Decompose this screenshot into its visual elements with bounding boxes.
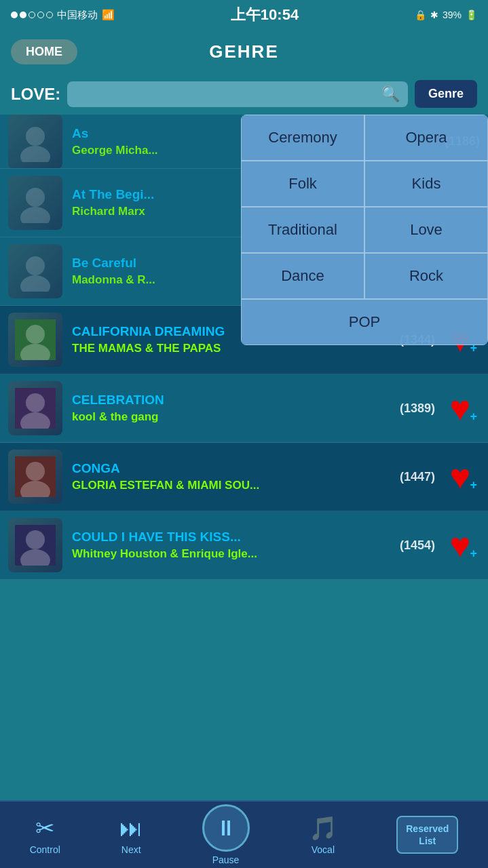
avatar-becareful (8, 244, 62, 298)
genre-item-pop[interactable]: POP (241, 299, 488, 345)
signal-dots (11, 12, 53, 18)
control-icon: ✂ (35, 814, 54, 842)
next-label: Next (121, 844, 141, 855)
heart-button-celebration[interactable]: ♥ + (440, 389, 480, 428)
song-count-couldi: (1454) (400, 538, 435, 553)
svg-point-13 (26, 462, 45, 481)
svg-point-2 (26, 188, 45, 207)
svg-point-7 (26, 325, 45, 344)
reserved-label: ReservedList (406, 823, 449, 846)
genre-item-ceremony[interactable]: Ceremony (241, 115, 364, 161)
heart-plus-celebration: + (470, 410, 477, 424)
heart-button-conga[interactable]: ♥ + (440, 457, 480, 496)
genre-item-kids[interactable]: Kids (364, 161, 488, 207)
genre-item-opera[interactable]: Opera (364, 115, 488, 161)
pause-button[interactable]: ⏸ (202, 804, 250, 852)
status-bar: 中国移动 📶 上午10:54 🔒 ✱ 39% 🔋 (0, 0, 488, 30)
genre-row-5: POP (241, 299, 488, 345)
heart-plus-conga: + (470, 478, 477, 492)
heart-plus-couldi: + (470, 547, 477, 561)
battery-label: 39% (443, 9, 462, 20)
search-bar: LOVE: 🔍 Genre (0, 73, 488, 115)
avatar-couldi (8, 518, 62, 572)
content-area: As George Micha... (1186) At The Begi...… (0, 115, 488, 651)
avatar-conga (8, 450, 62, 504)
bluetooth-icon: ✱ (430, 9, 438, 20)
avatar-atthebeg (8, 176, 62, 230)
song-artist-conga: GLORIA ESTEFAN & MIAMI SOU... (72, 479, 394, 492)
song-count-conga: (1447) (400, 470, 435, 484)
genre-row-4: Dance Rock (241, 253, 488, 299)
song-list: As George Micha... (1186) At The Begi...… (0, 115, 488, 580)
genre-item-dance[interactable]: Dance (241, 253, 364, 299)
page-title: GEHRE (209, 41, 278, 62)
nav-item-next[interactable]: ⏭ Next (119, 815, 143, 855)
song-artist-couldi: Whitney Houston & Enrique Igle... (72, 547, 394, 561)
song-info-celebration: CELEBRATION kool & the gang (72, 393, 394, 424)
vocal-label: Vocal (312, 844, 335, 855)
genre-row-3: Traditional Love (241, 207, 488, 253)
song-info-couldi: COULD I HAVE THIS KISS... Whitney Housto… (72, 530, 394, 561)
dot-3 (29, 12, 35, 18)
control-label: Control (30, 844, 60, 855)
svg-point-4 (26, 256, 45, 275)
genre-item-love[interactable]: Love (364, 207, 488, 253)
svg-point-1 (20, 146, 50, 162)
heart-icon-celebration: ♥ (450, 391, 471, 426)
song-artist-celebration: kool & the gang (72, 410, 394, 424)
genre-item-rock[interactable]: Rock (364, 253, 488, 299)
next-icon: ⏭ (119, 815, 143, 842)
dot-1 (11, 12, 18, 18)
svg-point-16 (26, 530, 45, 549)
avatar-celebration (8, 381, 62, 435)
nav-item-control[interactable]: ✂ Control (30, 814, 60, 855)
carrier-label: 中国移动 (57, 9, 98, 22)
genre-item-folk[interactable]: Folk (241, 161, 364, 207)
svg-point-3 (20, 207, 50, 223)
song-item-conga[interactable]: CONGA GLORIA ESTEFAN & MIAMI SOU... (144… (0, 443, 488, 511)
nav-item-vocal[interactable]: 🎵 Vocal (309, 814, 337, 855)
avatar-california (8, 313, 62, 367)
wifi-icon: 📶 (102, 9, 115, 21)
vocal-icon: 🎵 (309, 814, 337, 842)
status-time: 上午10:54 (231, 5, 299, 25)
reserved-list-button[interactable]: ReservedList (396, 816, 458, 854)
heart-icon-conga: ♥ (450, 459, 471, 494)
song-title-conga: CONGA (72, 461, 394, 476)
dot-4 (37, 12, 44, 18)
song-count-celebration: (1389) (400, 401, 435, 416)
status-left: 中国移动 📶 (11, 9, 115, 22)
status-right: 🔒 ✱ 39% 🔋 (415, 9, 477, 20)
genre-button[interactable]: Genre (415, 80, 477, 108)
svg-point-10 (26, 393, 45, 412)
dot-5 (46, 12, 53, 18)
search-input-wrap[interactable]: 🔍 (67, 81, 408, 107)
heart-button-couldi[interactable]: ♥ + (440, 526, 480, 565)
avatar-as (8, 115, 62, 169)
heart-icon-couldi: ♥ (450, 528, 471, 563)
genre-row-1: Ceremony Opera (241, 115, 488, 161)
home-button[interactable]: HOME (11, 39, 77, 64)
dot-2 (20, 12, 26, 18)
song-item-couldi[interactable]: COULD I HAVE THIS KISS... Whitney Housto… (0, 511, 488, 580)
song-item-celebration[interactable]: CELEBRATION kool & the gang (1389) ♥ + (0, 374, 488, 443)
song-title-couldi: COULD I HAVE THIS KISS... (72, 530, 394, 545)
pause-label: Pause (212, 854, 240, 865)
svg-point-0 (26, 127, 45, 146)
search-icon[interactable]: 🔍 (381, 85, 400, 103)
battery-icon: 🔋 (466, 9, 477, 20)
bottom-nav: ✂ Control ⏭ Next ⏸ Pause 🎵 Vocal Reserve… (0, 800, 488, 868)
svg-point-5 (20, 275, 50, 292)
pause-icon: ⏸ (215, 816, 237, 841)
header: HOME GEHRE (0, 30, 488, 73)
search-input[interactable] (75, 88, 381, 100)
song-info-conga: CONGA GLORIA ESTEFAN & MIAMI SOU... (72, 461, 394, 492)
nav-item-pause[interactable]: ⏸ Pause (202, 804, 250, 865)
genre-dropdown: Ceremony Opera Folk Kids Traditional Lov… (241, 115, 488, 345)
song-title-celebration: CELEBRATION (72, 393, 394, 408)
love-label: LOVE: (11, 85, 60, 104)
genre-row-2: Folk Kids (241, 161, 488, 207)
lock-icon: 🔒 (415, 9, 426, 20)
genre-item-traditional[interactable]: Traditional (241, 207, 364, 253)
